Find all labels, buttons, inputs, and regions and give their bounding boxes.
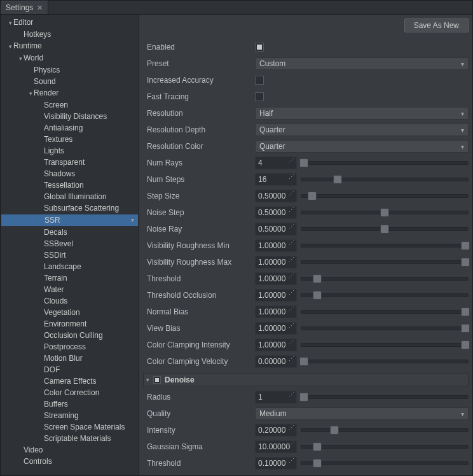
number-input[interactable]: 0.50000⋰ xyxy=(255,190,297,202)
tree-item-tessellation[interactable]: Tessellation xyxy=(1,179,139,191)
drag-icon[interactable]: ⋰ xyxy=(289,291,295,300)
tree-item-motion-blur[interactable]: Motion Blur xyxy=(1,353,139,364)
tree-item-environment[interactable]: Environment xyxy=(1,318,139,330)
sidebar[interactable]: ▾EditorHotkeys▾Runtime▾WorldPhysicsSound… xyxy=(1,15,139,475)
number-input[interactable]: 1.00000⋰ xyxy=(255,256,297,269)
save-as-new-button[interactable]: Save As New xyxy=(404,18,469,32)
select[interactable]: Quarter xyxy=(255,140,469,153)
slider-thumb[interactable] xyxy=(330,426,339,435)
tree-item-postprocess[interactable]: Postprocess xyxy=(1,341,139,353)
tree-item-scriptable-materials[interactable]: Scriptable Materials xyxy=(1,433,139,444)
slider[interactable] xyxy=(301,239,469,252)
number-input[interactable]: 1.00000⋰ xyxy=(255,305,297,318)
slider[interactable] xyxy=(301,440,469,453)
slider-thumb[interactable] xyxy=(461,324,470,333)
slider-thumb[interactable] xyxy=(461,307,470,316)
chevron-down-icon[interactable]: ▾ xyxy=(7,18,13,28)
tree-item-world[interactable]: ▾World xyxy=(1,52,139,64)
drag-icon[interactable]: ⋰ xyxy=(289,175,295,184)
tree-item-textures[interactable]: Textures xyxy=(1,134,139,145)
slider-thumb[interactable] xyxy=(380,208,389,217)
number-input[interactable]: 1.00000⋰ xyxy=(255,322,297,335)
number-input[interactable]: 0.20000⋰ xyxy=(255,424,297,437)
drag-icon[interactable]: ⋰ xyxy=(289,442,295,451)
select[interactable]: Custom xyxy=(255,57,469,70)
checkbox[interactable] xyxy=(255,76,264,85)
slider[interactable] xyxy=(301,206,469,219)
chevron-down-icon[interactable]: ▾ xyxy=(7,41,13,52)
slider[interactable] xyxy=(301,391,469,403)
slider[interactable] xyxy=(301,457,469,470)
slider-thumb[interactable] xyxy=(299,158,308,167)
tree-item-controls[interactable]: Controls xyxy=(1,456,139,467)
drag-icon[interactable]: ⋰ xyxy=(289,324,295,333)
slider-thumb[interactable] xyxy=(313,291,322,300)
chevron-down-icon[interactable]: ▾ xyxy=(17,53,24,64)
tree-item-runtime[interactable]: ▾Runtime xyxy=(1,40,139,52)
close-icon[interactable]: ✕ xyxy=(37,4,43,12)
drag-icon[interactable]: ⋰ xyxy=(289,307,295,316)
tree-item-buffers[interactable]: Buffers xyxy=(1,398,139,410)
chevron-down-icon[interactable]: ▾ xyxy=(27,88,34,99)
tree-item-visibility-distances[interactable]: Visibility Distances xyxy=(1,111,139,122)
slider-thumb[interactable] xyxy=(333,175,342,184)
drag-icon[interactable]: ⋰ xyxy=(289,192,295,200)
select[interactable]: Quarter xyxy=(255,123,469,136)
number-input[interactable]: 4⋰ xyxy=(255,157,297,169)
slider[interactable] xyxy=(301,322,469,335)
slider-thumb[interactable] xyxy=(313,459,322,468)
select[interactable]: Half xyxy=(255,107,469,120)
tree-item-decals[interactable]: Decals xyxy=(1,227,139,238)
tree-item-sound[interactable]: Sound xyxy=(1,76,139,87)
tree-item-dof[interactable]: DOF xyxy=(1,364,139,375)
tree-item-vegetation[interactable]: Vegetation xyxy=(1,307,139,318)
drag-icon[interactable]: ⋰ xyxy=(289,158,295,167)
number-input[interactable]: 1⋰ xyxy=(255,391,297,403)
drag-icon[interactable]: ⋰ xyxy=(289,274,295,283)
number-input[interactable]: 0.00000⋰ xyxy=(255,355,297,368)
tree-item-video[interactable]: Video xyxy=(1,444,139,456)
drag-icon[interactable]: ⋰ xyxy=(289,459,295,468)
tree-item-render[interactable]: ▾Render xyxy=(1,87,139,99)
tree-item-camera-effects[interactable]: Camera Effects xyxy=(1,375,139,387)
slider[interactable] xyxy=(301,190,469,202)
slider[interactable] xyxy=(301,272,469,285)
tab-settings[interactable]: Settings ✕ xyxy=(1,1,48,14)
slider-thumb[interactable] xyxy=(299,393,308,402)
drag-icon[interactable]: ⋰ xyxy=(289,241,295,250)
drag-icon[interactable]: ⋰ xyxy=(289,426,295,435)
slider[interactable] xyxy=(301,424,469,437)
slider-thumb[interactable] xyxy=(308,192,317,200)
tree-item-ssdirt[interactable]: SSDirt xyxy=(1,249,139,261)
tree-item-hotkeys[interactable]: Hotkeys xyxy=(1,29,139,40)
slider[interactable] xyxy=(301,173,469,186)
drag-icon[interactable]: ⋰ xyxy=(289,258,295,267)
tree-item-transparent[interactable]: Transparent xyxy=(1,157,139,168)
tree-item-ssbevel[interactable]: SSBevel xyxy=(1,238,139,249)
slider[interactable] xyxy=(301,223,469,235)
drag-icon[interactable]: ⋰ xyxy=(289,340,295,349)
number-input[interactable]: 10.00000⋰ xyxy=(255,440,297,453)
number-input[interactable]: 16⋰ xyxy=(255,173,297,186)
slider[interactable] xyxy=(301,157,469,169)
slider-thumb[interactable] xyxy=(313,274,322,283)
tree-item-occlusion-culling[interactable]: Occlusion Culling xyxy=(1,330,139,341)
slider-thumb[interactable] xyxy=(461,340,470,349)
number-input[interactable]: 0.10000⋰ xyxy=(255,457,297,470)
denoise-checkbox[interactable] xyxy=(153,376,161,384)
tree-item-subsurface-scattering[interactable]: Subsurface Scattering xyxy=(1,202,139,214)
slider-thumb[interactable] xyxy=(299,357,308,366)
slider-thumb[interactable] xyxy=(461,258,470,267)
tree-item-antialiasing[interactable]: Antialiasing xyxy=(1,122,139,134)
tree-item-shadows[interactable]: Shadows xyxy=(1,168,139,179)
drag-icon[interactable]: ⋰ xyxy=(289,208,295,217)
tree-item-editor[interactable]: ▾Editor xyxy=(1,17,139,29)
tree-item-streaming[interactable]: Streaming xyxy=(1,410,139,421)
number-input[interactable]: 0.50000⋰ xyxy=(255,206,297,219)
checkbox[interactable] xyxy=(255,92,264,101)
tree-item-screen[interactable]: Screen xyxy=(1,99,139,111)
tree-item-screen-space-materials[interactable]: Screen Space Materials xyxy=(1,421,139,433)
tree-item-water[interactable]: Water xyxy=(1,284,139,295)
number-input[interactable]: 1.00000⋰ xyxy=(255,272,297,285)
slider[interactable] xyxy=(301,305,469,318)
